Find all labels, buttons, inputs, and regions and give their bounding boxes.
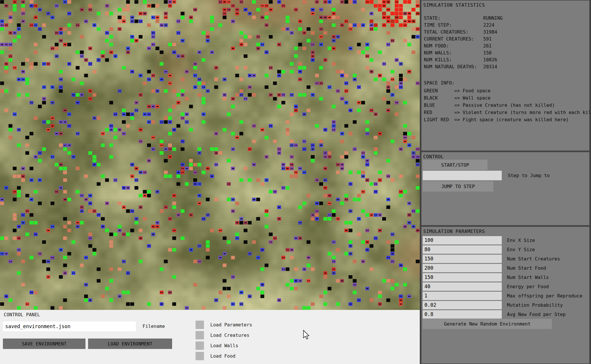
param-label: Energy per Food xyxy=(507,284,549,289)
param-row: Num Start Food xyxy=(423,263,588,273)
stat-label: NUM FOOD: xyxy=(424,43,483,49)
checkbox-load-parameters[interactable] xyxy=(196,321,204,329)
stat-label: CURRENT CREATURES: xyxy=(424,36,483,42)
stat-label: NUM NATURAL DEATHS: xyxy=(424,64,483,69)
legend-row: GREEN=> Food space xyxy=(424,87,589,94)
checkbox-load-food[interactable] xyxy=(196,352,204,360)
param-row: Mutation Probability xyxy=(423,300,588,310)
param-input-avg-new-food[interactable] xyxy=(423,310,502,319)
param-row: Max offspring per Reproduce xyxy=(423,291,588,300)
stat-value: 20314 xyxy=(483,64,497,69)
stat-value: 591 xyxy=(483,36,492,42)
param-label: Env X Size xyxy=(507,238,535,243)
param-row: Num Start Walls xyxy=(423,273,588,282)
legend-name: BLACK xyxy=(424,95,454,101)
legend-row: LIGHT RED=> Fight space (creature was ki… xyxy=(424,116,589,123)
legend-name: LIGHT RED xyxy=(424,117,454,122)
stat-label: TIME STEP: xyxy=(424,22,483,28)
sidebar: SIMULATION STATISTICS STATE:RUNNING TIME… xyxy=(420,0,591,364)
stat-label: NUM WALLS: xyxy=(424,50,483,56)
param-input-num-start-walls[interactable] xyxy=(423,273,502,282)
param-input-energy-per-food[interactable] xyxy=(423,282,502,291)
filename-input[interactable] xyxy=(3,321,136,331)
legend-row: BLUE=> Passive Creature (has not killed) xyxy=(424,102,589,109)
filename-label: Filename xyxy=(143,321,165,331)
checkbox-label: Load Food xyxy=(210,353,236,359)
jump-step-input[interactable] xyxy=(423,171,502,180)
legend-name: BLUE xyxy=(424,102,454,108)
check-row: Load Creatures xyxy=(196,330,252,340)
stat-row: NUM NATURAL DEATHS:20314 xyxy=(424,63,588,70)
stat-value: 261 xyxy=(483,43,492,49)
param-input-max-offspring[interactable] xyxy=(423,292,502,300)
space-info-title: SPACE INFO: xyxy=(424,80,455,86)
legend-desc: => Food space xyxy=(454,88,490,93)
param-row: Env Y Size xyxy=(423,245,588,254)
param-input-env-x-size[interactable] xyxy=(423,236,502,244)
parameters-panel: SIMULATION PARAMETERS Env X Size Env Y S… xyxy=(421,226,590,364)
legend-row: RED=> Violent Creature (turns more red w… xyxy=(424,109,589,116)
stat-label: TOTAL CREATURES: xyxy=(424,29,483,35)
param-label: Max offspring per Reproduce xyxy=(507,293,582,299)
param-label: Env Y Size xyxy=(507,247,535,252)
generate-environment-button[interactable]: Generate New Random Environment xyxy=(423,319,552,329)
param-row: Env X Size xyxy=(423,236,588,245)
checkbox-label: Load Creatures xyxy=(210,332,249,338)
stat-row: TOTAL CREATURES:31984 xyxy=(424,28,588,35)
param-input-num-start-creatures[interactable] xyxy=(423,255,502,263)
stat-row: NUM KILLS:10826 xyxy=(424,56,588,63)
start-stop-button[interactable]: START/STOP xyxy=(423,160,488,170)
param-label: Num Start Creatures xyxy=(507,256,560,262)
param-input-env-y-size[interactable] xyxy=(423,245,502,254)
stat-row: CURRENT CREATURES:591 xyxy=(424,35,588,42)
statistics-title: SIMULATION STATISTICS xyxy=(423,2,485,8)
checkbox-label: Load Parameters xyxy=(210,322,252,328)
check-row: Load Walls xyxy=(196,340,252,351)
param-label: Mutation Probability xyxy=(507,302,563,308)
simulation-viewport xyxy=(0,0,420,310)
stat-value: 31984 xyxy=(483,29,497,35)
stat-value: RUNNING xyxy=(483,15,503,21)
param-input-num-start-food[interactable] xyxy=(423,264,502,272)
checkbox-load-creatures[interactable] xyxy=(196,331,204,339)
legend-desc: => Passive Creature (has not killed) xyxy=(454,102,555,108)
control-title: CONTROL xyxy=(423,154,444,159)
param-input-mutation-probability[interactable] xyxy=(423,301,502,309)
stat-value: 2224 xyxy=(483,22,495,28)
stat-label: STATE: xyxy=(424,15,483,21)
stat-label: NUM KILLS: xyxy=(424,57,483,62)
bottom-control-panel: CONTROL PANEL Filename SAVE ENVIRONMENT … xyxy=(0,310,420,364)
stat-row: NUM FOOD:261 xyxy=(424,42,588,49)
stat-row: NUM WALLS:150 xyxy=(424,49,588,56)
jump-to-step-button[interactable]: JUMP TO STEP xyxy=(423,181,493,192)
stat-value: 150 xyxy=(483,50,492,56)
save-environment-button[interactable]: SAVE ENVIRONMENT xyxy=(3,339,85,349)
param-row: Num Start Creatures xyxy=(423,254,588,263)
legend-desc: => Wall space xyxy=(454,95,490,101)
legend-desc: => Violent Creature (turns more red with… xyxy=(454,110,591,115)
control-panel: CONTROL START/STOP Step to Jump to JUMP … xyxy=(421,152,590,226)
checkbox-label: Load Walls xyxy=(210,343,238,348)
param-label: Avg New Food per Step xyxy=(507,312,566,317)
param-label: Num Start Food xyxy=(507,265,546,271)
check-row: Load Parameters xyxy=(196,319,252,330)
load-environment-button[interactable]: LOAD ENVIRONMENT xyxy=(88,339,172,349)
bottom-panel-title: CONTROL PANEL xyxy=(4,312,40,317)
jump-step-input-label: Step to Jump to xyxy=(508,171,550,180)
stat-value: 10826 xyxy=(483,57,497,62)
stat-row: STATE:RUNNING xyxy=(424,14,588,21)
param-row: Energy per Food xyxy=(423,282,588,291)
param-label: Num Start Walls xyxy=(507,275,549,280)
load-options: Load Parameters Load Creatures Load Wall… xyxy=(196,319,252,361)
legend-row: BLACK=> Wall space xyxy=(424,94,589,102)
statistics-panel: SIMULATION STATISTICS STATE:RUNNING TIME… xyxy=(421,0,590,151)
legend: GREEN=> Food space BLACK=> Wall space BL… xyxy=(424,87,589,123)
legend-name: GREEN xyxy=(424,88,454,93)
statistics-rows: STATE:RUNNING TIME STEP:2224 TOTAL CREAT… xyxy=(424,14,588,70)
legend-desc: => Fight space (creature was killed here… xyxy=(454,117,569,122)
stat-row: TIME STEP:2224 xyxy=(424,21,588,28)
check-row: Load Food xyxy=(196,351,252,361)
param-row: Avg New Food per Step xyxy=(423,310,588,319)
parameter-rows: Env X Size Env Y Size Num Start Creature… xyxy=(423,236,588,319)
checkbox-load-walls[interactable] xyxy=(196,341,204,350)
